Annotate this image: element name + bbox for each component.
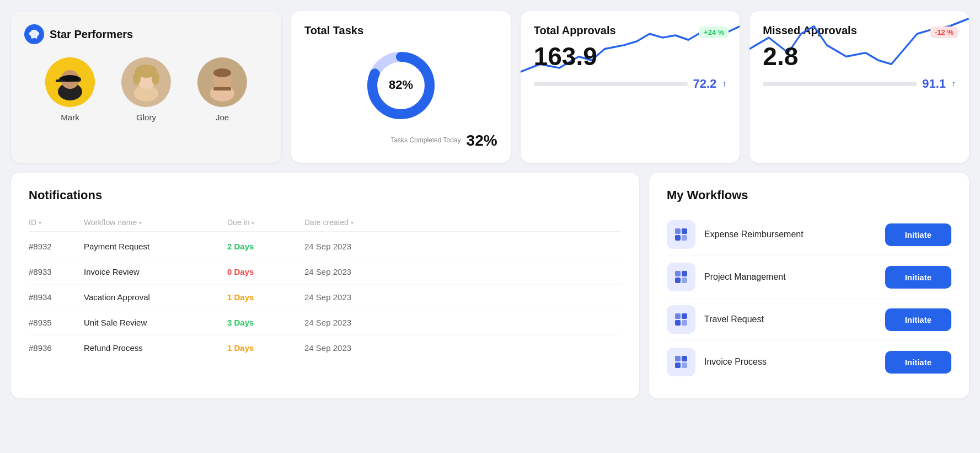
cell-date-4: 24 Sep 2023 bbox=[304, 343, 426, 353]
total-tasks-card: Total Tasks 82% Tasks Completed Today 32… bbox=[291, 11, 511, 163]
workflows-list: Expense Reimbursement Initiate Project M… bbox=[667, 214, 951, 383]
svg-rect-24 bbox=[682, 235, 687, 241]
total-approvals-value: 163.9 bbox=[534, 41, 727, 71]
workflow-item: Expense Reimbursement Initiate bbox=[667, 214, 951, 256]
avatar-joe bbox=[197, 57, 247, 107]
top-row: Star Performers bbox=[11, 11, 969, 163]
svg-rect-29 bbox=[675, 313, 681, 319]
th-id-chevron-icon: ▾ bbox=[39, 220, 41, 226]
star-performers-header: Star Performers bbox=[24, 24, 268, 44]
cell-id-3: #8935 bbox=[29, 318, 84, 327]
svg-rect-33 bbox=[675, 356, 681, 361]
svg-rect-26 bbox=[682, 271, 687, 276]
th-name-chevron-icon: ▾ bbox=[139, 220, 142, 226]
total-tasks-title: Total Tasks bbox=[304, 24, 363, 37]
workflow-item: Invoice Process Initiate bbox=[667, 341, 951, 383]
donut-chart: 82% bbox=[362, 47, 440, 124]
svg-rect-25 bbox=[675, 271, 681, 276]
notifications-table-body: #8932 Payment Request 2 Days 24 Sep 2023… bbox=[29, 234, 622, 360]
notifications-title: Notifications bbox=[29, 188, 622, 202]
cell-id-1: #8933 bbox=[29, 267, 84, 276]
cell-due-0: 2 Days bbox=[227, 242, 304, 251]
missed-approvals-value: 2.8 bbox=[763, 41, 956, 71]
svg-point-11 bbox=[152, 72, 159, 85]
cell-name-4: Refund Process bbox=[84, 343, 227, 353]
performer-mark: Mark bbox=[45, 57, 95, 122]
cell-date-0: 24 Sep 2023 bbox=[304, 242, 426, 251]
performer-joe-name: Joe bbox=[216, 113, 229, 122]
star-performers-card: Star Performers bbox=[11, 11, 281, 163]
initiate-button-0[interactable]: Initiate bbox=[885, 223, 951, 246]
th-due-chevron-icon: ▾ bbox=[251, 220, 254, 226]
initiate-button-2[interactable]: Initiate bbox=[885, 308, 951, 331]
cell-id-2: #8934 bbox=[29, 292, 84, 302]
svg-point-10 bbox=[133, 72, 141, 85]
svg-rect-32 bbox=[682, 320, 687, 326]
svg-rect-23 bbox=[675, 235, 681, 241]
table-row: #8933 Invoice Review 0 Days 24 Sep 2023 bbox=[29, 259, 622, 285]
workflow-name-1: Project Management bbox=[704, 272, 876, 282]
table-row: #8936 Refund Process 1 Days 24 Sep 2023 bbox=[29, 335, 622, 360]
tasks-completed-value: 32% bbox=[467, 132, 497, 150]
th-workflow-name: Workflow name ▾ bbox=[84, 218, 227, 227]
performer-glory: Glory bbox=[121, 57, 171, 122]
svg-rect-21 bbox=[675, 228, 681, 234]
th-due-in: Due in ▾ bbox=[227, 218, 304, 227]
workflow-item: Project Management Initiate bbox=[667, 256, 951, 299]
total-approvals-arrow-icon: ↑ bbox=[722, 79, 726, 89]
cell-name-2: Vacation Approval bbox=[84, 292, 227, 302]
total-approvals-sub-value: 72.2 bbox=[693, 77, 717, 91]
th-id: ID ▾ bbox=[29, 218, 84, 227]
cell-due-2: 1 Days bbox=[227, 292, 304, 302]
cell-id-4: #8936 bbox=[29, 343, 84, 353]
avatar-mark bbox=[45, 57, 95, 107]
svg-text:82%: 82% bbox=[389, 78, 413, 92]
cell-due-3: 3 Days bbox=[227, 318, 304, 327]
cell-due-1: 0 Days bbox=[227, 267, 304, 276]
total-approvals-sub-bar bbox=[534, 82, 688, 86]
workflows-title: My Workflows bbox=[667, 188, 951, 202]
svg-rect-4 bbox=[56, 79, 61, 82]
performers-list: Mark Glory bbox=[24, 57, 268, 122]
workflow-icon-3 bbox=[667, 348, 695, 376]
performer-joe: Joe bbox=[197, 57, 247, 122]
initiate-button-3[interactable]: Initiate bbox=[885, 351, 951, 374]
performer-glory-name: Glory bbox=[136, 113, 156, 122]
svg-rect-31 bbox=[675, 320, 681, 326]
svg-point-5 bbox=[61, 75, 79, 82]
missed-approvals-arrow-icon: ↑ bbox=[951, 79, 956, 89]
star-performers-title: Star Performers bbox=[50, 28, 133, 41]
missed-approvals-sub-value: 91.1 bbox=[922, 77, 946, 91]
avatar-glory bbox=[121, 57, 171, 107]
tasks-completed-label: Tasks Completed Today bbox=[390, 136, 460, 145]
missed-approvals-sub-row: 91.1 ↑ bbox=[763, 77, 956, 91]
workflow-icon-0 bbox=[667, 220, 695, 249]
donut-container: 82% bbox=[362, 47, 440, 124]
my-workflows-card: My Workflows Expense Reimbursement Initi… bbox=[649, 173, 969, 398]
total-approvals-badge: +24 % bbox=[699, 26, 729, 38]
table-row: #8932 Payment Request 2 Days 24 Sep 2023 bbox=[29, 234, 622, 259]
svg-rect-28 bbox=[682, 278, 687, 283]
cell-date-3: 24 Sep 2023 bbox=[304, 318, 426, 327]
workflow-item: Travel Request Initiate bbox=[667, 299, 951, 341]
total-approvals-sub-row: 72.2 ↑ bbox=[534, 77, 727, 91]
cell-date-2: 24 Sep 2023 bbox=[304, 292, 426, 302]
svg-point-15 bbox=[213, 68, 231, 77]
dashboard: Star Performers bbox=[11, 11, 969, 398]
performer-mark-name: Mark bbox=[61, 113, 79, 122]
svg-rect-36 bbox=[682, 363, 687, 368]
table-header: ID ▾ Workflow name ▾ Due in ▾ Date creat… bbox=[29, 214, 622, 232]
svg-rect-16 bbox=[213, 87, 231, 90]
th-date-chevron-icon: ▾ bbox=[351, 220, 354, 226]
cell-name-3: Unit Sale Review bbox=[84, 318, 227, 327]
initiate-button-1[interactable]: Initiate bbox=[885, 266, 951, 289]
total-approvals-card: Total Approvals +24 % 163.9 72.2 ↑ bbox=[521, 11, 740, 163]
tasks-completed-row: Tasks Completed Today 32% bbox=[390, 132, 497, 150]
table-row: #8934 Vacation Approval 1 Days 24 Sep 20… bbox=[29, 285, 622, 310]
missed-approvals-sub-bar bbox=[763, 82, 917, 86]
cell-date-1: 24 Sep 2023 bbox=[304, 267, 426, 276]
star-logo-icon bbox=[24, 24, 44, 44]
cell-id-0: #8932 bbox=[29, 242, 84, 251]
cell-name-1: Invoice Review bbox=[84, 267, 227, 276]
svg-rect-30 bbox=[682, 313, 687, 319]
